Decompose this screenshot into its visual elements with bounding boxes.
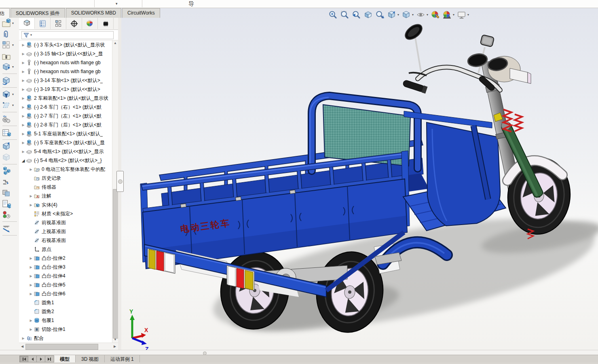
scrollbar-thumb[interactable] — [113, 189, 118, 339]
tree-item[interactable]: ▶凸台-拉伸2 — [19, 254, 112, 263]
dropdown-caret-icon[interactable]: ▾ — [12, 93, 14, 96]
tree-item[interactable]: 传感器 — [19, 183, 112, 191]
panel-collapse-handle[interactable] — [116, 171, 124, 192]
tree-item[interactable]: 圆角1 — [19, 298, 112, 307]
scroll-up-icon[interactable]: ▲ — [112, 40, 118, 46]
tree-item[interactable]: ▶2 车厢装配<1> (默认<默认_显示状 — [19, 94, 112, 103]
tree-item[interactable]: ▶凸台-拉伸3 — [19, 263, 112, 271]
section-view-icon[interactable] — [363, 10, 373, 19]
tree-item[interactable]: 前视基准面 — [19, 218, 112, 227]
scroll-left-icon[interactable]: ◀ — [19, 344, 25, 349]
dropdown-caret-icon[interactable]: ▾ — [12, 21, 14, 25]
dropdown-caret-icon[interactable]: ▾ — [12, 43, 14, 47]
expand-arrow-icon[interactable]: ▶ — [21, 52, 26, 56]
scroll-right-icon[interactable]: ▶ — [112, 344, 118, 349]
dropdown-caret-icon[interactable]: ▾ — [467, 13, 469, 17]
tree-item[interactable]: ▶(-) 3-14 车胎<1> (默认<<默认>_ — [19, 76, 112, 85]
expand-arrow-icon[interactable]: ▶ — [21, 70, 26, 74]
model-viewport[interactable]: 电动三轮车 — [121, 8, 598, 350]
interference-detection-icon[interactable] — [0, 187, 19, 198]
dropdown-caret-icon[interactable]: ▾ — [412, 13, 414, 17]
edit-component-icon[interactable] — [0, 141, 19, 152]
tree-item[interactable]: ▶(-) 3 车头<1> (默认<默认_显示状 — [19, 40, 112, 49]
tree-item[interactable]: ▶(-) 3-15 轴<1> (默认<<默认>_显 — [19, 49, 112, 58]
expand-arrow-icon[interactable]: ▶ — [28, 319, 34, 322]
bottom-tab-3[interactable]: 运动算例 1 — [105, 355, 140, 363]
tree-item[interactable]: 材质 <未指定> — [19, 209, 112, 218]
previous-view-icon[interactable] — [352, 10, 361, 19]
command-tab-2[interactable]: SOLIDWORKS 插件 — [11, 8, 65, 18]
scrollbar-thumb[interactable] — [25, 344, 98, 350]
bottom-tab-1[interactable]: 模型 — [54, 355, 76, 363]
tree-item[interactable]: 右视基准面 — [19, 236, 112, 245]
tree-item[interactable]: 历史记录 — [19, 174, 112, 183]
dropdown-caret-icon[interactable]: ▾ — [397, 13, 399, 17]
view-orientation-icon[interactable]: ▾ — [387, 10, 399, 19]
expand-arrow-icon[interactable]: ▶ — [21, 43, 26, 47]
tree-item[interactable]: ▶(-) hexagon nuts with flange gb — [19, 67, 112, 76]
command-tab-1[interactable]: 评估 — [0, 8, 10, 18]
hide-show-items-icon[interactable]: ▾ — [416, 10, 428, 19]
tree-item[interactable]: ▶实体(4) — [19, 200, 112, 209]
scroll-down-icon[interactable]: ▼ — [112, 337, 118, 343]
expand-arrow-icon[interactable]: ▶ — [21, 105, 26, 109]
expand-arrow-icon[interactable]: ▶ — [28, 265, 34, 269]
expand-arrow-icon[interactable]: ▶ — [28, 194, 34, 198]
expand-arrow-icon[interactable]: ▶ — [21, 88, 26, 91]
view-settings-icon[interactable]: ▾ — [457, 10, 469, 19]
tree-filter-input[interactable]: ▾ — [21, 31, 114, 39]
tree-item[interactable]: ▶(-) hexagon nuts with flange gb — [19, 58, 112, 67]
tree-item[interactable]: ▶(-) 5 车座装配<1> (默认<默认_显 — [19, 138, 112, 147]
mate-icon[interactable] — [0, 29, 19, 40]
exploded-view-icon[interactable] — [0, 166, 19, 177]
expand-arrow-icon[interactable]: ▶ — [21, 337, 26, 340]
expand-arrow-icon[interactable]: ▶ — [21, 114, 26, 118]
show-hidden-components-icon[interactable] — [0, 75, 19, 86]
tree-item[interactable]: ▶配合 — [19, 334, 112, 343]
tree-item[interactable]: ▶凸台-拉伸4 — [19, 271, 112, 280]
tree-item[interactable]: 原点 — [19, 245, 112, 254]
expand-arrow-icon[interactable]: ▶ — [21, 97, 26, 100]
assembly-features-icon[interactable]: ▾ — [0, 89, 19, 100]
measure-icon[interactable] — [0, 223, 19, 234]
hole-alignment-icon[interactable] — [0, 177, 19, 187]
bill-of-materials-icon[interactable] — [0, 127, 19, 138]
component-pattern-icon[interactable]: ▾ — [0, 40, 19, 50]
tree-item[interactable]: ▶凸台-拉伸6 — [19, 289, 112, 298]
next-frame-button[interactable] — [37, 356, 45, 362]
expand-arrow-icon[interactable]: ▶ — [28, 274, 34, 278]
tree-item[interactable]: ▶0 电动三轮车整体装配 中的配 — [19, 165, 112, 174]
tree-item[interactable]: ▶(-) 2-7 车门（左）<1> (默认<默 — [19, 112, 112, 120]
apply-scene-icon[interactable]: ▾ — [442, 10, 454, 19]
edit-appearance-icon[interactable] — [431, 10, 440, 19]
tree-item[interactable]: ▶(-) 2-6 车门（右）<1> (默认<默 — [19, 103, 112, 112]
new-motion-study-icon[interactable] — [0, 114, 19, 124]
tree-item[interactable]: ▶凸台-拉伸5 — [19, 280, 112, 289]
zoom-fit-icon[interactable] — [328, 10, 338, 19]
tree-item[interactable]: ▶5-1 车座箱装配<1> (默认<默认_ — [19, 129, 112, 138]
expand-arrow-icon[interactable]: ▶ — [21, 123, 26, 127]
expand-arrow-icon[interactable]: ▶ — [28, 292, 34, 296]
display-style-icon[interactable]: ▾ — [401, 10, 414, 19]
expand-arrow-icon[interactable]: ▶ — [21, 132, 26, 136]
dropdown-caret-icon[interactable]: ▾ — [30, 33, 32, 37]
prev-frame-button[interactable] — [28, 356, 37, 362]
dropdown-caret-icon[interactable]: ▾ — [453, 13, 454, 17]
bottom-tab-2[interactable]: 3D 视图 — [76, 355, 105, 363]
expand-arrow-icon[interactable]: ▶ — [21, 141, 26, 145]
expand-arrow-icon[interactable]: ▶ — [28, 283, 34, 287]
tree-horizontal-scrollbar[interactable]: ◀ ▶ — [19, 343, 118, 350]
configuration-manager-tab[interactable] — [51, 18, 66, 29]
tree-item[interactable]: ▶(-) 3-19 车瓦<1> (默认<<默认> — [19, 85, 112, 94]
tree-item[interactable]: ▶5-4 电瓶<1> (默认<<默认>_显示 — [19, 147, 112, 156]
tree-item[interactable]: ◢(-) 5-4 电瓶<2> (默认<<默认>_} — [19, 156, 112, 165]
collapse-arrow-icon[interactable]: ◢ — [21, 158, 26, 163]
reference-geometry-icon[interactable]: ▾ — [0, 100, 19, 111]
display-manager-tab[interactable] — [82, 18, 98, 29]
tree-item[interactable]: 圆角2 — [19, 307, 112, 316]
expand-arrow-icon[interactable]: ▶ — [21, 150, 26, 154]
dropdown-caret-icon[interactable]: ▾ — [12, 65, 14, 69]
smart-fasteners-icon[interactable] — [0, 50, 19, 61]
expand-arrow-icon[interactable]: ▶ — [28, 328, 34, 331]
tree-item[interactable]: 上视基准面 — [19, 227, 112, 236]
